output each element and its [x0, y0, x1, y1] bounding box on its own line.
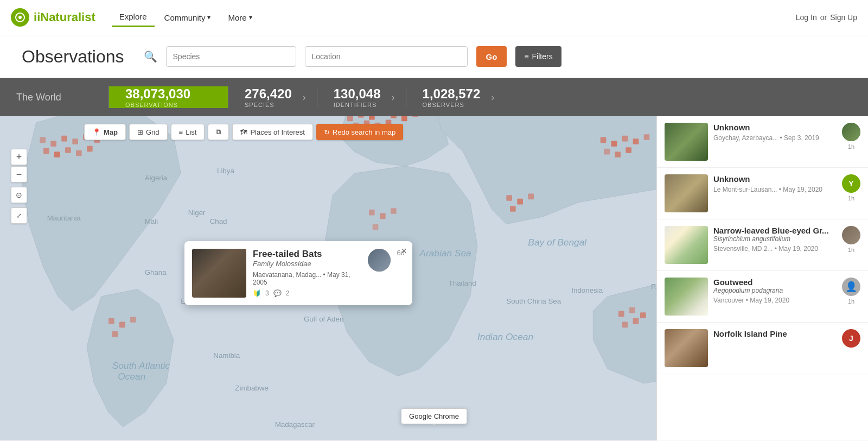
map-pin-icon: 📍 [92, 128, 101, 136]
stats-identifiers[interactable]: 130,048 IDENTIFIERS › [317, 86, 406, 108]
svg-rect-54 [130, 317, 136, 323]
login-link[interactable]: Log In [796, 13, 817, 22]
identifiers-label: IDENTIFIERS [334, 102, 381, 108]
obs-location: Le Mont-sur-Lausan... • May 19, 2020 [713, 186, 837, 193]
observers-arrow[interactable]: › [491, 92, 494, 103]
obs-right: 👤 1h [842, 278, 860, 316]
svg-rect-31 [604, 149, 610, 155]
obs-sci-name: Aegopodium podagraria [713, 287, 837, 294]
search-icon: 🔍 [144, 50, 157, 63]
observation-item[interactable]: Goutweed Aegopodium podagraria Vancouver… [657, 271, 868, 323]
map-background[interactable]: Arabian Sea Bay of Bengal Indian Ocean S… [0, 116, 868, 440]
navbar: iiNaturalist Explore Community ▾ More ▾ … [0, 0, 868, 35]
svg-rect-45 [391, 208, 397, 214]
obs-right: 1h [842, 123, 860, 161]
popup-species-name: Free-tailed Bats [253, 249, 361, 260]
svg-text:Arabian Sea: Arabian Sea [419, 248, 471, 259]
observation-item[interactable]: Norfolk Island Pine J [657, 323, 868, 374]
obs-time: 1h [848, 298, 854, 305]
signup-link[interactable]: Sign Up [830, 13, 857, 22]
svg-rect-27 [611, 141, 617, 147]
zoom-in-button[interactable]: + [11, 149, 27, 165]
map-popup: × Free-tailed Bats Family Molossidae Mae… [184, 241, 412, 305]
obs-name: Norfolk Island Pine [713, 329, 837, 338]
logo[interactable]: iiNaturalist [11, 8, 95, 27]
svg-rect-29 [633, 138, 639, 144]
popup-id-count: 3 [265, 289, 269, 297]
species-count: 276,420 [245, 86, 292, 102]
filters-button[interactable]: ≡ Filters [515, 46, 561, 67]
identifiers-arrow[interactable]: › [392, 92, 395, 103]
svg-text:Mauritania: Mauritania [47, 214, 81, 222]
obs-info: Norfolk Island Pine [713, 329, 837, 367]
svg-text:Libya: Libya [217, 167, 234, 175]
species-arrow[interactable]: › [303, 92, 306, 103]
filters-icon: ≡ [524, 52, 528, 61]
obs-time: 1h [848, 143, 854, 150]
obs-sci-name: Sisyrinchium angustifolium [713, 235, 837, 243]
obs-location: Stevensville, MD 2... • May 19, 2020 [713, 245, 837, 253]
svg-rect-9 [412, 116, 418, 117]
popup-comment-count: 2 [286, 289, 290, 297]
svg-rect-44 [380, 213, 386, 219]
svg-text:Indian Ocean: Indian Ocean [477, 331, 533, 342]
observation-item[interactable]: Narrow-leaved Blue-eyed Gr... Sisyrinchi… [657, 219, 868, 271]
svg-text:Ghana: Ghana [145, 268, 167, 276]
svg-rect-15 [50, 141, 56, 147]
svg-rect-41 [622, 322, 628, 328]
svg-rect-23 [65, 147, 71, 153]
map-view-button[interactable]: 📍 Map [84, 124, 126, 140]
popup-close-button[interactable]: × [401, 245, 407, 257]
popup-meta: 🔰 3 💬 2 [253, 289, 361, 297]
nav-explore[interactable]: Explore [112, 8, 155, 27]
svg-text:Ocean: Ocean [118, 371, 145, 382]
svg-rect-21 [43, 148, 49, 154]
popup-user-avatar [368, 249, 391, 272]
svg-rect-25 [87, 146, 93, 152]
svg-text:Chad: Chad [210, 218, 227, 226]
obs-thumbnail [665, 329, 708, 367]
obs-right: 1h [842, 226, 860, 264]
obs-thumbnail [665, 278, 708, 316]
svg-text:Namibia: Namibia [213, 351, 240, 360]
obs-name: Unknown [713, 174, 837, 184]
observations-count: 38,073,030 [125, 86, 212, 102]
svg-rect-55 [112, 331, 118, 337]
svg-text:South China Sea: South China Sea [506, 297, 561, 305]
observation-item[interactable]: Unknown Le Mont-sur-Lausan... • May 19, … [657, 168, 868, 219]
places-icon: 🗺 [240, 128, 247, 136]
popup-details: Free-tailed Bats Family Molossidae Maeva… [253, 249, 361, 298]
places-of-interest-button[interactable]: 🗺 Places of Interest [232, 124, 312, 140]
svg-rect-35 [517, 199, 523, 205]
svg-rect-16 [61, 136, 67, 142]
svg-rect-38 [618, 311, 624, 317]
species-input[interactable] [166, 46, 296, 67]
popup-location: Maevatanana, Madag... • May 31, 2005 [253, 271, 361, 286]
svg-rect-33 [626, 147, 631, 153]
svg-point-1 [18, 16, 22, 19]
obs-thumbnail [665, 123, 708, 161]
list-view-button[interactable]: ≡ List [171, 124, 205, 140]
zoom-out-button[interactable]: − [11, 166, 27, 182]
nav-more[interactable]: More ▾ [220, 9, 259, 27]
stats-observers[interactable]: 1,028,572 OBSERVERS › [406, 86, 506, 108]
grid-view-button[interactable]: ⊞ Grid [129, 124, 168, 140]
svg-rect-5 [369, 116, 375, 120]
fullscreen-button[interactable]: ⤢ [11, 207, 27, 224]
stats-species[interactable]: 276,420 SPECIES › [228, 86, 317, 108]
observers-count: 1,028,572 [423, 86, 481, 102]
layers-button[interactable]: ⧉ [208, 124, 229, 140]
location-input[interactable] [305, 46, 468, 67]
redo-search-button[interactable]: ↻ Redo search in map [316, 124, 403, 140]
obs-right: J [842, 329, 860, 367]
locate-me-button[interactable]: ⊙ [11, 187, 27, 203]
more-chevron: ▾ [249, 14, 252, 21]
popup-id-icon: 🔰 [253, 289, 261, 297]
species-label: SPECIES [245, 102, 292, 108]
go-button[interactable]: Go [476, 46, 507, 67]
svg-rect-36 [528, 194, 534, 200]
nav-community[interactable]: Community ▾ [157, 9, 219, 27]
nav-right: Log In or Sign Up [796, 13, 857, 22]
stats-observations[interactable]: 38,073,030 OBSERVATIONS [108, 86, 228, 108]
observation-item[interactable]: Unknown Goychay, Azerbayca... • Sep 3, 2… [657, 116, 868, 168]
